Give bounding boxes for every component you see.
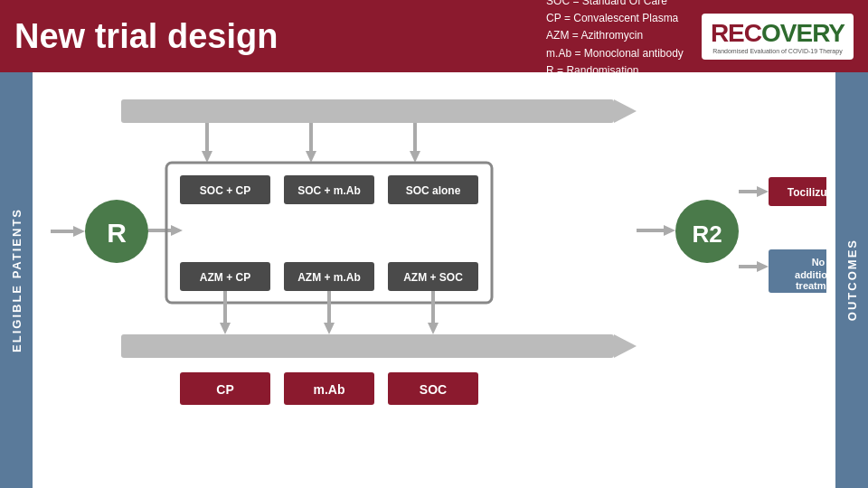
arrow-down-cp-head (220, 323, 231, 334)
btn-azm-soc-label: AZM + SOC (403, 271, 463, 284)
header: New trial design SOC = Standard Of Care … (0, 0, 868, 72)
logo-text: RECOVERY (711, 19, 844, 48)
arrow-r-to-box-head (171, 225, 183, 236)
sidebar-left: ELIGIBLE PATIENTS (0, 72, 33, 488)
sidebar-right-label: OUTCOMES (845, 239, 859, 321)
sidebar-left-label: ELIGIBLE PATIENTS (10, 208, 24, 352)
no-treatment-line1: No (812, 257, 826, 267)
page-layout: New trial design SOC = Standard Of Care … (0, 0, 868, 488)
arrow-to-r2-head (664, 225, 675, 236)
bottom-arrow-bar (121, 334, 614, 358)
result-soc-label: SOC (420, 382, 447, 397)
arrow-down-soc-res-head (428, 323, 439, 334)
legend-mab: m.Ab = Monoclonal antibody (546, 45, 684, 62)
arrow-down-soc-alone-head (410, 151, 420, 163)
tocilizumab-label: Tocilizumab (788, 186, 826, 199)
btn-azm-cp-label: AZM + CP (200, 271, 250, 284)
top-arrow-head (614, 99, 637, 123)
arrow-down-soc-cp-head (202, 151, 212, 163)
r-label: R (107, 218, 127, 248)
arrow-r2-notreat-line (739, 265, 757, 268)
result-cp-label: CP (216, 382, 233, 397)
logo-overy: OVERY (761, 19, 844, 47)
arrow-in-r-line (51, 230, 73, 233)
top-arrow-bar (121, 99, 614, 123)
arrow-r2-toci-head (757, 186, 769, 197)
arrow-down-mab-head (324, 323, 335, 334)
sidebar-right: OUTCOMES (835, 72, 868, 488)
legend: SOC = Standard Of Care CP = Convalescent… (546, 0, 684, 80)
arrow-r2-notreat-head (757, 261, 769, 272)
diagram-area: R SOC + CP SOC + m.Ab SOC alone AZM + CP… (33, 72, 835, 488)
r2-label: R2 (692, 221, 722, 248)
bottom-arrow-head (614, 334, 637, 358)
logo-rec: REC (711, 19, 761, 47)
no-treatment-line3: treatment (796, 280, 826, 291)
arrow-r2-toci-line (739, 190, 757, 193)
result-mab-label: m.Ab (314, 382, 345, 397)
page: { "header": { "title": "New trial design… (0, 0, 868, 488)
btn-azm-mab-label: AZM + m.Ab (297, 271, 361, 284)
btn-soc-alone-label: SOC alone (406, 184, 461, 197)
legend-cp: CP = Convalescent Plasma (546, 10, 684, 27)
btn-soc-mab-label: SOC + m.Ab (297, 184, 361, 197)
legend-azm: AZM = Azithromycin (546, 27, 684, 44)
recovery-logo: RECOVERY Randomised Evaluation of COVID-… (702, 14, 854, 60)
content-row: ELIGIBLE PATIENTS (0, 72, 868, 488)
legend-soc: SOC = Standard Of Care (546, 0, 684, 10)
arrow-down-soc-mab-head (306, 151, 316, 163)
diagram-svg: R SOC + CP SOC + m.Ab SOC alone AZM + CP… (40, 83, 826, 481)
btn-soc-cp-label: SOC + CP (200, 184, 250, 197)
logo-subtext: Randomised Evaluation of COVID-19 Therap… (712, 48, 842, 54)
arrow-to-r2-line (637, 229, 664, 232)
no-treatment-line2: additional (795, 269, 826, 280)
arrow-in-r-head (73, 226, 85, 237)
page-title: New trial design (14, 17, 546, 56)
